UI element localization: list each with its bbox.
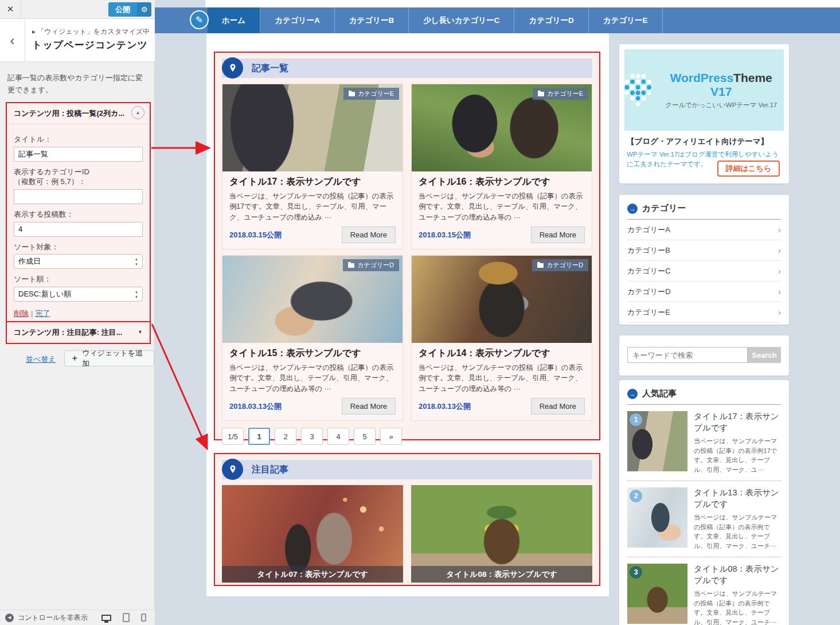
- category-badge-label: カテゴリーE: [547, 89, 583, 98]
- publish-date: 2018.03.13公開: [229, 401, 282, 412]
- pagination-page-5[interactable]: 5: [354, 428, 376, 445]
- preview-navbar: ✎ ホーム カテゴリーA カテゴリーB 少し長いカテゴリーC カテゴリーD カテ…: [155, 7, 840, 33]
- banner-heading: 【ブログ・アフィリエイト向けテーマ】: [627, 136, 782, 147]
- customizer-topbar: ✕ 公開 ⚙: [0, 0, 155, 19]
- collapse-left-icon[interactable]: ◀: [5, 614, 14, 622]
- arrow-circle-icon: →: [627, 389, 638, 399]
- nav-item-home[interactable]: ホーム: [208, 7, 260, 33]
- banner-details-button[interactable]: 詳細はこちら: [717, 161, 780, 177]
- category-link-c[interactable]: カテゴリーC ›: [627, 261, 781, 282]
- sort-target-value: 作成日: [18, 256, 41, 267]
- nav-item-label: ホーム: [222, 15, 245, 26]
- title-field-input[interactable]: [14, 147, 143, 162]
- category-id-field-input[interactable]: [14, 189, 143, 204]
- nav-item-category-d[interactable]: カテゴリーD: [514, 7, 589, 33]
- category-label: カテゴリーB: [627, 245, 670, 256]
- article-title[interactable]: タイトル16：表示サンプルです: [419, 176, 585, 188]
- gear-icon[interactable]: ⚙: [137, 2, 151, 17]
- pagination-next[interactable]: »: [380, 428, 402, 445]
- sort-target-select[interactable]: 作成日 ▲ ▼: [14, 254, 143, 269]
- nav-item-category-e[interactable]: カテゴリーE: [589, 7, 663, 33]
- category-badge[interactable]: カテゴリーE: [343, 88, 399, 100]
- pagination-summary: 1/5: [222, 428, 244, 445]
- article-title[interactable]: タイトル14：表示サンプルです: [419, 347, 585, 360]
- read-more-button[interactable]: Read More: [342, 226, 396, 243]
- category-link-e[interactable]: カテゴリーE ›: [627, 302, 781, 323]
- publish-date: 2018.03.15公開: [229, 230, 282, 240]
- popular-text: タイトル13：表示サンプルです 当ページは、サンプルテーマの投稿（記事）の表示例…: [694, 487, 781, 550]
- preview-top-strip: [205, 0, 840, 7]
- widget-featured-posts-header[interactable]: コンテンツ用：注目記事: 注目... ▼: [7, 322, 150, 343]
- chevron-right-icon: ›: [778, 225, 781, 235]
- read-more-button[interactable]: Read More: [531, 226, 585, 243]
- pagination-page-4[interactable]: 4: [327, 428, 349, 445]
- nav-item-label: カテゴリーA: [275, 15, 320, 26]
- category-badge[interactable]: カテゴリーD: [532, 259, 588, 271]
- nav-item-category-b[interactable]: カテゴリーB: [335, 7, 409, 33]
- folder-icon: [537, 263, 544, 268]
- popular-item: 1 タイトル17：表示サンプルです 当ページは、サンプルテーマの投稿（記事）の表…: [627, 405, 781, 481]
- collapse-up-icon[interactable]: ▲: [131, 106, 144, 119]
- popular-posts-widget: → 人気記事 1 タイトル17：表示サンプルです 当ページは、サンプルテーマの投…: [619, 380, 789, 625]
- search-input[interactable]: [627, 347, 748, 363]
- collapse-down-icon[interactable]: ▼: [138, 329, 143, 335]
- post-count-field-input[interactable]: [14, 222, 143, 237]
- reorder-link[interactable]: 並べ替え: [26, 354, 56, 365]
- sort-order-select[interactable]: DESC:新しい順 ▲ ▼: [14, 287, 143, 302]
- category-link-b[interactable]: カテゴリーB ›: [627, 240, 781, 261]
- category-badge[interactable]: カテゴリーD: [343, 259, 399, 271]
- back-button[interactable]: ‹: [0, 19, 25, 62]
- popular-item-title[interactable]: タイトル17：表示サンプルです: [694, 411, 781, 433]
- pagination-page-2[interactable]: 2: [275, 428, 296, 445]
- article-thumbnail[interactable]: カテゴリーE: [412, 84, 592, 171]
- add-widget-button[interactable]: ＋ ウィジェットを追加: [64, 350, 154, 366]
- featured-item[interactable]: タイトル08：表示サンプルです: [411, 485, 592, 583]
- article-footer: 2018.03.13公開 Read More: [229, 398, 396, 415]
- chevron-right-icon: ›: [778, 246, 781, 255]
- desktop-preview-icon[interactable]: [101, 615, 111, 621]
- widget-links: 削除|完了: [14, 308, 143, 319]
- hide-controls-label[interactable]: コントロールを非表示: [18, 613, 88, 623]
- category-badge-label: カテゴリーD: [357, 261, 394, 269]
- edit-pencil-icon[interactable]: ✎: [190, 10, 209, 29]
- popular-item-title[interactable]: タイトル13：表示サンプルです: [694, 487, 781, 510]
- article-thumbnail[interactable]: カテゴリーD: [222, 256, 403, 343]
- tablet-preview-icon[interactable]: [123, 613, 130, 622]
- featured-items: タイトル07：表示サンプルです タイトル08：表示サンプルです: [222, 485, 592, 583]
- popular-thumbnail[interactable]: 3: [627, 564, 687, 624]
- article-thumbnail[interactable]: カテゴリーE: [222, 84, 403, 171]
- featured-title: 注目記事: [222, 460, 592, 479]
- category-link-d[interactable]: カテゴリーD ›: [627, 282, 781, 302]
- delete-link[interactable]: 削除: [14, 309, 29, 318]
- featured-item[interactable]: タイトル07：表示サンプルです: [222, 485, 403, 583]
- featured-header: 注目記事: [222, 460, 592, 479]
- phone-preview-icon[interactable]: [141, 614, 146, 622]
- close-icon[interactable]: ✕: [0, 0, 21, 18]
- article-title[interactable]: タイトル17：表示サンプルです: [229, 176, 396, 188]
- popular-thumbnail[interactable]: 1: [627, 411, 687, 471]
- article-card: カテゴリーD タイトル15：表示サンプルです 当ページは、サンプルテーマの投稿（…: [222, 255, 403, 421]
- article-body: タイトル16：表示サンプルです 当ページは、サンプルテーマの投稿（記事）の表示例…: [412, 171, 592, 249]
- read-more-button[interactable]: Read More: [342, 398, 396, 415]
- popular-item-title[interactable]: タイトル08：表示サンプルです: [694, 564, 781, 586]
- nav-item-category-a[interactable]: カテゴリーA: [260, 7, 335, 33]
- folder-icon: [349, 92, 355, 96]
- read-more-button[interactable]: Read More: [531, 398, 585, 415]
- category-link-a[interactable]: カテゴリーA ›: [627, 220, 781, 240]
- publish-button[interactable]: 公開: [108, 2, 138, 17]
- pagination-page-1[interactable]: 1: [248, 428, 270, 445]
- done-link[interactable]: 完了: [35, 309, 50, 318]
- category-badge[interactable]: カテゴリーE: [533, 88, 588, 100]
- search-button[interactable]: Search: [748, 347, 781, 363]
- article-thumbnail[interactable]: カテゴリーD: [412, 256, 592, 343]
- pagination-page-3[interactable]: 3: [301, 428, 323, 445]
- theme-banner: WordPressTheme V17 クールでかっこいいWPテーマ Ver.17…: [619, 44, 789, 183]
- article-title[interactable]: タイトル15：表示サンプルです: [229, 347, 396, 360]
- select-down-icon: ▼: [135, 295, 138, 299]
- rank-badge: 1: [630, 413, 642, 426]
- category-label: カテゴリーD: [627, 287, 671, 297]
- nav-item-category-c[interactable]: 少し長いカテゴリーC: [409, 7, 514, 33]
- widget-post-list-header[interactable]: コンテンツ用：投稿一覧(2列カ... ▲: [7, 103, 150, 124]
- popular-thumbnail[interactable]: 2: [627, 487, 687, 548]
- annotation-arrow-featured: [152, 324, 206, 447]
